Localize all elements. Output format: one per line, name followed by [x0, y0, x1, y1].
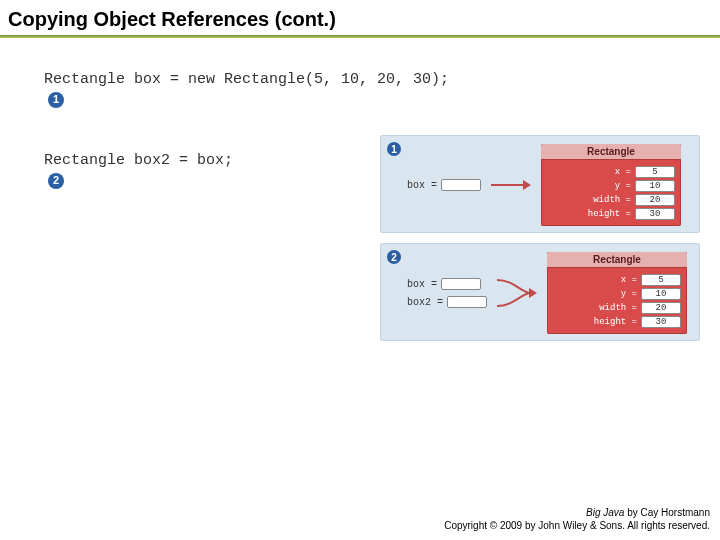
field-width-name-2: width =: [553, 303, 637, 313]
step-marker-1-icon: 1: [48, 92, 64, 108]
field-height-name: height =: [547, 209, 631, 219]
var-box2-label: box2 =: [407, 297, 443, 308]
step-marker-2-icon: 2: [48, 173, 64, 189]
slide-title: Copying Object References (cont.): [0, 0, 720, 35]
footer: Big Java by Cay Horstmann Copyright © 20…: [444, 506, 710, 532]
diagram-area: 1 box = Rectangle x =5 y =10 width =20 h…: [380, 135, 700, 351]
field-width-name: width =: [547, 195, 631, 205]
field-height-val: 30: [635, 208, 675, 220]
var-list-2: box = box2 =: [407, 278, 487, 308]
footer-copyright: Copyright © 2009 by John Wiley & Sons. A…: [444, 519, 710, 532]
svg-marker-1: [523, 180, 531, 190]
field-x-name: x =: [547, 167, 631, 177]
field-y-val: 10: [635, 180, 675, 192]
field-height-val-2: 30: [641, 316, 681, 328]
double-arrow-icon: [497, 268, 537, 318]
var-box-ref: [441, 179, 481, 191]
field-x-val-2: 5: [641, 274, 681, 286]
field-y-name-2: y =: [553, 289, 637, 299]
diagram-panel-2: 2 box = box2 = Rectangle x =: [380, 243, 700, 341]
object-box-2: Rectangle x =5 y =10 width =20 height =3…: [547, 252, 687, 334]
panel-marker-1-icon: 1: [387, 142, 401, 156]
field-height-name-2: height =: [553, 317, 637, 327]
field-width-val: 20: [635, 194, 675, 206]
object-box-1: Rectangle x =5 y =10 width =20 height =3…: [541, 144, 681, 226]
footer-book-title: Big Java: [586, 507, 624, 518]
field-y-val-2: 10: [641, 288, 681, 300]
var-box2-ref: [447, 296, 487, 308]
panel-marker-2-icon: 2: [387, 250, 401, 264]
svg-marker-2: [529, 288, 537, 298]
field-width-val-2: 20: [641, 302, 681, 314]
object-class-label-2: Rectangle: [547, 252, 687, 268]
code-text-2: Rectangle box2 = box;: [44, 152, 233, 169]
var-list-1: box =: [407, 179, 481, 191]
var-box-label-2: box =: [407, 279, 437, 290]
code-text-1: Rectangle box = new Rectangle(5, 10, 20,…: [44, 71, 449, 88]
object-class-label: Rectangle: [541, 144, 681, 160]
field-x-val: 5: [635, 166, 675, 178]
var-box-label: box =: [407, 180, 437, 191]
title-rule: [0, 35, 720, 38]
var-box-ref-2: [441, 278, 481, 290]
footer-author: by Cay Horstmann: [624, 507, 710, 518]
field-x-name-2: x =: [553, 275, 637, 285]
code-line-1: Rectangle box = new Rectangle(5, 10, 20,…: [8, 50, 720, 131]
arrow-icon: [491, 160, 531, 210]
diagram-panel-1: 1 box = Rectangle x =5 y =10 width =20 h…: [380, 135, 700, 233]
field-y-name: y =: [547, 181, 631, 191]
